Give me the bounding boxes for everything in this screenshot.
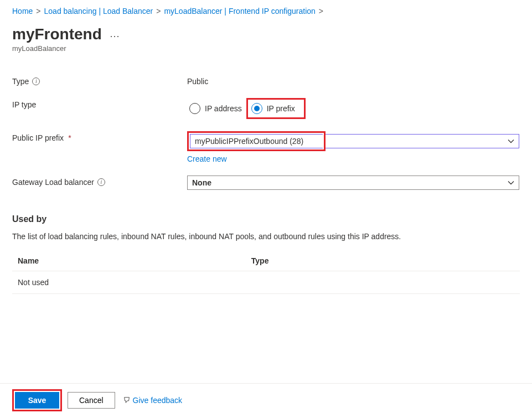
column-header-name[interactable]: Name	[12, 251, 246, 271]
ip-type-radio-group: IP address IP prefix	[187, 98, 520, 119]
chevron-down-icon	[508, 138, 514, 145]
column-header-type[interactable]: Type	[246, 251, 520, 271]
cell-name: Not used	[12, 271, 246, 294]
public-ip-prefix-value: myPublicIPPrefixOutbound (28)	[195, 137, 303, 146]
breadcrumb-separator: >	[156, 7, 161, 16]
save-button[interactable]: Save	[15, 392, 59, 409]
breadcrumb: Home > Load balancing | Load Balancer > …	[12, 7, 520, 16]
footer-bar: Save Cancel Give feedback	[0, 383, 532, 411]
breadcrumb-home[interactable]: Home	[12, 7, 33, 16]
used-by-heading: Used by	[12, 214, 520, 224]
give-feedback-link[interactable]: Give feedback	[123, 396, 183, 405]
breadcrumb-separator: >	[319, 7, 323, 16]
info-icon[interactable]: i	[32, 78, 40, 85]
breadcrumb-load-balancing[interactable]: Load balancing | Load Balancer	[44, 7, 153, 16]
feedback-icon	[123, 396, 131, 404]
required-indicator: *	[68, 133, 71, 142]
chevron-down-icon	[508, 179, 514, 186]
gateway-lb-select[interactable]: None	[187, 176, 519, 190]
used-by-table: Name Type Not used	[12, 251, 520, 294]
used-by-description: The list of load balancing rules, inboun…	[12, 232, 520, 241]
public-ip-prefix-select-extension[interactable]	[326, 134, 519, 148]
radio-label: IP prefix	[267, 104, 295, 113]
page-title: myFrontend	[12, 25, 102, 43]
ip-type-radio-ip-prefix[interactable]: IP prefix	[249, 101, 299, 116]
ip-type-label: IP type	[12, 100, 36, 109]
breadcrumb-frontend-ip-config[interactable]: myLoadBalancer | Frontend IP configurati…	[164, 7, 315, 16]
info-icon[interactable]: i	[97, 178, 105, 186]
ip-type-radio-ip-address[interactable]: IP address	[187, 101, 246, 116]
give-feedback-label: Give feedback	[133, 396, 183, 405]
cancel-button[interactable]: Cancel	[68, 392, 115, 409]
more-actions-button[interactable]: ⋯	[110, 28, 120, 41]
page-subtitle: myLoadBalancer	[12, 44, 520, 53]
public-ip-prefix-select[interactable]: myPublicIPPrefixOutbound (28)	[190, 134, 323, 148]
public-ip-prefix-label: Public IP prefix	[12, 133, 64, 142]
table-row: Not used	[12, 271, 520, 294]
radio-icon	[189, 103, 200, 114]
gateway-lb-value: None	[192, 178, 211, 187]
type-value: Public	[187, 75, 520, 86]
create-new-link[interactable]: Create new	[187, 154, 227, 163]
cell-type	[246, 271, 520, 294]
breadcrumb-separator: >	[36, 7, 40, 16]
radio-icon	[251, 103, 262, 114]
gateway-lb-label: Gateway Load balancer	[12, 178, 94, 187]
radio-label: IP address	[205, 104, 242, 113]
type-label: Type	[12, 77, 29, 86]
